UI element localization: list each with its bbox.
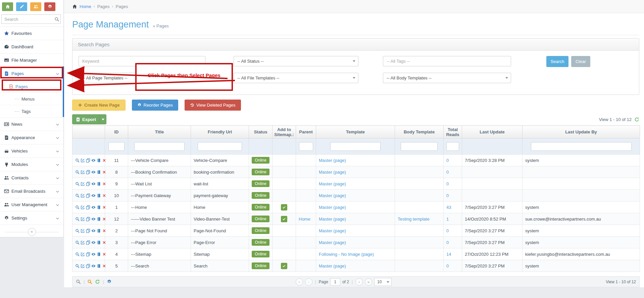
delete-icon[interactable]	[102, 193, 106, 198]
view-icon[interactable]	[91, 240, 96, 245]
total-reads-link[interactable]: 14	[446, 252, 451, 257]
log-icon[interactable]	[97, 229, 101, 233]
export-dropdown-toggle[interactable]	[99, 115, 106, 124]
body-templates-select[interactable]: -- All Body Templates --	[383, 73, 511, 83]
total-reads-link[interactable]: 0	[446, 228, 449, 233]
sidebar-item-pages[interactable]: Pages	[0, 67, 63, 80]
delete-icon[interactable]	[102, 252, 106, 256]
column-header-id[interactable]: ID	[105, 126, 128, 138]
column-header-status[interactable]: Status	[249, 126, 273, 138]
view-icon[interactable]	[91, 205, 96, 210]
view-icon[interactable]	[91, 229, 96, 233]
total-reads-link[interactable]: 0	[446, 193, 449, 198]
sidebar-item-contacts[interactable]: Contacts	[0, 171, 63, 185]
delete-icon[interactable]	[102, 158, 106, 163]
column-header-total-reads[interactable]: Total Reads	[444, 126, 462, 138]
column-header-sitemap[interactable]: Add to Sitemap.:	[273, 126, 296, 138]
column-header-template[interactable]: Template	[316, 126, 395, 138]
total-reads-link[interactable]: 0	[446, 263, 449, 269]
total-reads-link[interactable]: 43	[446, 205, 451, 210]
filter-body-template-input[interactable]	[401, 142, 438, 151]
column-header-parent[interactable]: Parent	[296, 126, 316, 138]
preview-icon[interactable]	[75, 182, 80, 186]
search-input[interactable]	[1, 14, 61, 24]
column-header-title[interactable]: Title	[128, 126, 191, 138]
settings-button[interactable]	[44, 2, 55, 11]
sidebar-subitem-pages[interactable]: Pages	[0, 80, 63, 93]
copy-icon[interactable]	[86, 158, 90, 163]
sidebar-item-news[interactable]: News	[0, 118, 63, 131]
filter-parent-input[interactable]	[299, 142, 313, 151]
total-reads-link[interactable]: 0	[446, 158, 449, 163]
column-header-friendly-url[interactable]: Friendly Url	[191, 126, 249, 138]
preview-icon[interactable]	[75, 217, 80, 221]
delete-icon[interactable]	[102, 217, 106, 221]
template-link[interactable]: Master (page)	[319, 240, 346, 245]
edit-button[interactable]	[16, 2, 27, 11]
preview-icon[interactable]	[75, 158, 80, 163]
delete-icon[interactable]	[102, 170, 106, 174]
sidebar-item-email-broadcasts[interactable]: Email Broadcasts	[0, 185, 63, 198]
sidebar-item-user-management[interactable]: User Management	[0, 198, 63, 212]
sidebar-item-dashboard[interactable]: DashBoard	[0, 40, 63, 54]
template-link[interactable]: Master (page)	[319, 228, 346, 233]
view-icon[interactable]	[91, 193, 96, 198]
edit-icon[interactable]	[81, 240, 85, 245]
copy-icon[interactable]	[86, 182, 90, 186]
copy-icon[interactable]	[86, 205, 90, 210]
breadcrumb-item[interactable]: Pages	[97, 4, 110, 9]
search-button[interactable]: Search	[546, 56, 568, 67]
template-link[interactable]: Master (page)	[319, 170, 346, 175]
edit-icon[interactable]	[81, 264, 85, 268]
template-link[interactable]: Master (page)	[319, 181, 346, 186]
log-icon[interactable]	[97, 217, 101, 221]
column-header-actions[interactable]	[72, 126, 105, 138]
total-reads-link[interactable]: 0	[446, 181, 449, 186]
preview-icon[interactable]	[75, 240, 80, 245]
filter-title-input[interactable]	[134, 142, 185, 151]
template-link[interactable]: Master (page)	[319, 193, 346, 198]
refresh-icon[interactable]	[634, 117, 639, 122]
preview-icon[interactable]	[75, 170, 80, 174]
home-button[interactable]	[2, 2, 13, 11]
column-header-last-update[interactable]: Last Update	[462, 126, 523, 138]
delete-icon[interactable]	[102, 205, 106, 210]
preview-icon[interactable]	[75, 205, 80, 210]
copy-icon[interactable]	[86, 264, 90, 268]
contacts-button[interactable]	[30, 2, 41, 11]
last-page-button[interactable]: »	[365, 278, 372, 286]
view-deleted-pages-button[interactable]: View Deleted Pages	[185, 100, 241, 111]
filter-last-update-by-input[interactable]	[531, 142, 632, 151]
edit-icon[interactable]	[81, 229, 85, 233]
sidebar-item-vehicles[interactable]: Vehicles	[0, 144, 63, 158]
edit-icon[interactable]	[81, 217, 85, 221]
breadcrumb-home-link[interactable]: Home	[80, 4, 91, 9]
copy-icon[interactable]	[86, 193, 90, 198]
log-icon[interactable]	[97, 252, 101, 256]
copy-icon[interactable]	[86, 252, 90, 256]
edit-icon[interactable]	[81, 193, 85, 198]
delete-icon[interactable]	[102, 240, 106, 245]
sidebar-item-file-manager[interactable]: File Manager	[0, 54, 63, 67]
settings-icon[interactable]	[107, 279, 112, 285]
edit-icon[interactable]	[81, 205, 85, 210]
view-icon[interactable]	[91, 182, 96, 186]
filter-id-input[interactable]	[108, 142, 125, 151]
template-link[interactable]: Master (page)	[319, 205, 346, 210]
export-button[interactable]: Export	[72, 114, 106, 124]
tags-input[interactable]	[383, 56, 511, 66]
clear-button[interactable]: Clear	[571, 56, 590, 67]
delete-icon[interactable]	[102, 229, 106, 233]
copy-icon[interactable]	[86, 170, 90, 174]
search-icon[interactable]	[87, 279, 92, 285]
filter-total-reads-input[interactable]	[446, 142, 459, 151]
sidebar-item-appearance[interactable]: Appearance	[0, 131, 63, 144]
edit-icon[interactable]	[81, 158, 85, 163]
preview-icon[interactable]	[75, 229, 80, 233]
body-template-link[interactable]: Testing template	[398, 217, 430, 222]
copy-icon[interactable]	[86, 217, 90, 221]
log-icon[interactable]	[97, 264, 101, 268]
view-icon[interactable]	[91, 252, 96, 256]
edit-icon[interactable]	[81, 170, 85, 174]
prev-page-button[interactable]: ‹	[305, 278, 312, 286]
